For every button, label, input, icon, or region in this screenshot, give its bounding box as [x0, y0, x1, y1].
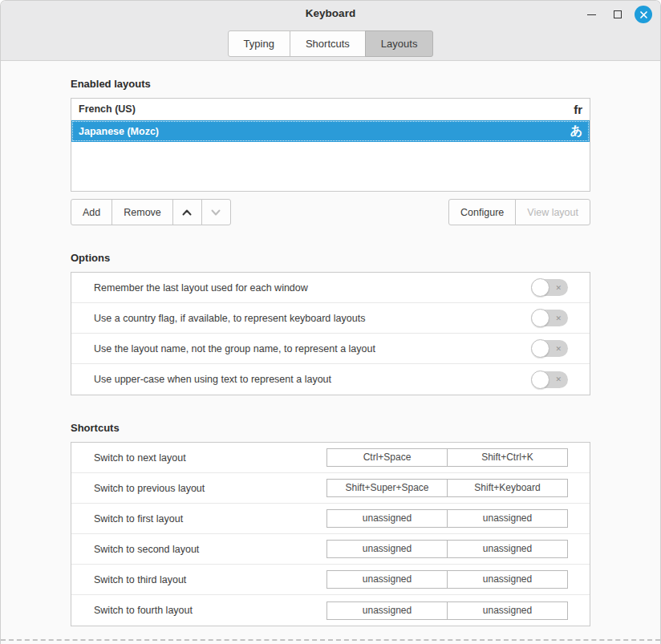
keybinding-cell[interactable]: Ctrl+Space — [326, 448, 448, 467]
toggle-switch[interactable]: ✕ — [532, 279, 568, 296]
layout-indicator: fr — [574, 103, 582, 116]
chevron-down-icon — [209, 206, 222, 219]
shortcut-bindings: Ctrl+SpaceShift+Ctrl+K — [326, 448, 568, 467]
shortcut-row: Switch to next layoutCtrl+SpaceShift+Ctr… — [71, 443, 590, 473]
shortcut-row: Switch to previous layoutShift+Super+Spa… — [71, 473, 590, 504]
shortcut-bindings: Shift+Super+SpaceShift+Keyboard — [326, 479, 568, 497]
layout-name: French (US) — [79, 103, 574, 115]
toggle-off-icon: ✕ — [555, 283, 562, 291]
layout-list-item[interactable]: French (US)fr — [71, 99, 590, 120]
keybinding-cell[interactable]: Shift+Super+Space — [326, 479, 448, 497]
toggle-knob — [531, 309, 549, 327]
toggle-switch[interactable]: ✕ — [532, 340, 568, 357]
shortcut-row: Switch to third layoutunassignedunassign… — [71, 565, 590, 595]
keyboard-settings-window: Keyboard TypingShortcutsLayouts Enabled … — [0, 0, 661, 644]
remove-layout-button[interactable]: Remove — [112, 199, 173, 225]
toggle-knob — [531, 371, 549, 389]
shortcut-row: Switch to first layoutunassignedunassign… — [71, 504, 590, 534]
layout-list-item[interactable]: Japanese (Mozc)あ — [71, 120, 590, 142]
keybinding-cell[interactable]: Shift+Keyboard — [447, 479, 568, 497]
keybinding-cell[interactable]: Shift+Ctrl+K — [447, 448, 568, 467]
option-label: Use upper-case when using text to repres… — [94, 374, 532, 385]
shortcut-label: Switch to second layout — [94, 544, 326, 555]
enabled-layouts-list: French (US)frJapanese (Mozc)あ — [71, 98, 590, 192]
titlebar: Keyboard TypingShortcutsLayouts — [1, 1, 660, 61]
option-row: Use the layout name, not the group name,… — [71, 334, 590, 364]
layouts-page: Enabled layouts French (US)frJapanese (M… — [1, 61, 660, 644]
shortcut-label: Switch to previous layout — [94, 483, 326, 494]
tab-typing[interactable]: Typing — [228, 30, 290, 57]
minimize-button[interactable] — [582, 5, 601, 24]
shortcut-label: Switch to third layout — [94, 574, 326, 585]
shortcuts-card: Switch to next layoutCtrl+SpaceShift+Ctr… — [71, 442, 590, 626]
add-layout-button[interactable]: Add — [71, 199, 112, 225]
toggle-knob — [531, 278, 549, 297]
keybinding-cell[interactable]: unassigned — [326, 570, 448, 589]
shortcut-bindings: unassignedunassigned — [326, 509, 568, 528]
option-label: Remember the last layout used for each w… — [94, 282, 532, 294]
window-title: Keyboard — [1, 7, 660, 19]
tab-bar: TypingShortcutsLayouts — [1, 30, 660, 57]
shortcut-bindings: unassignedunassigned — [326, 601, 568, 620]
window-controls — [582, 5, 652, 24]
minimize-icon — [587, 14, 596, 15]
close-icon — [639, 10, 648, 19]
shortcut-label: Switch to fourth layout — [94, 605, 326, 616]
toggle-knob — [531, 339, 549, 358]
bottom-dashed-line — [1, 639, 660, 641]
shortcuts-header: Shortcuts — [71, 422, 590, 434]
keybinding-cell[interactable]: unassigned — [326, 601, 448, 620]
tab-layouts[interactable]: Layouts — [365, 30, 434, 57]
option-label: Use a country flag, if available, to rep… — [94, 313, 532, 324]
maximize-button[interactable] — [608, 5, 627, 24]
option-label: Use the layout name, not the group name,… — [94, 343, 532, 354]
tab-shortcuts[interactable]: Shortcuts — [290, 30, 366, 57]
maximize-icon — [614, 10, 622, 18]
toggle-switch[interactable]: ✕ — [532, 371, 568, 388]
move-down-button[interactable] — [201, 199, 231, 225]
layout-name: Japanese (Mozc) — [79, 126, 570, 137]
layout-indicator: あ — [570, 124, 582, 139]
keybinding-cell[interactable]: unassigned — [447, 540, 568, 558]
keybinding-cell[interactable]: unassigned — [447, 601, 568, 620]
keybinding-cell[interactable]: unassigned — [447, 509, 568, 528]
toggle-switch[interactable]: ✕ — [532, 310, 568, 326]
shortcut-label: Switch to first layout — [94, 513, 326, 525]
configure-button[interactable]: Configure — [448, 199, 516, 225]
options-card: Remember the last layout used for each w… — [71, 272, 590, 395]
toggle-off-icon: ✕ — [555, 375, 562, 383]
option-row: Use upper-case when using text to repres… — [71, 364, 590, 395]
shortcut-label: Switch to next layout — [94, 452, 326, 464]
shortcut-bindings: unassignedunassigned — [326, 540, 568, 558]
view-layout-button[interactable]: View layout — [515, 199, 590, 225]
list-edit-button-group: Add Remove — [71, 199, 231, 225]
keybinding-cell[interactable]: unassigned — [447, 570, 568, 589]
move-up-button[interactable] — [172, 199, 202, 225]
options-header: Options — [71, 252, 590, 264]
toggle-off-icon: ✕ — [555, 314, 562, 322]
layout-list-toolbar: Add Remove Configure View layout — [71, 199, 590, 225]
enabled-layouts-header: Enabled layouts — [71, 78, 590, 90]
keybinding-cell[interactable]: unassigned — [326, 540, 448, 558]
toggle-off-icon: ✕ — [555, 344, 562, 352]
option-row: Remember the last layout used for each w… — [71, 273, 590, 303]
shortcut-row: Switch to second layoutunassignedunassig… — [71, 534, 590, 565]
keybinding-cell[interactable]: unassigned — [326, 509, 448, 528]
chevron-up-icon — [180, 206, 193, 219]
option-row: Use a country flag, if available, to rep… — [71, 303, 590, 334]
close-button[interactable] — [635, 6, 652, 23]
layout-action-button-group: Configure View layout — [448, 199, 590, 225]
shortcut-bindings: unassignedunassigned — [326, 570, 568, 589]
shortcut-row: Switch to fourth layoutunassignedunassig… — [71, 595, 590, 626]
